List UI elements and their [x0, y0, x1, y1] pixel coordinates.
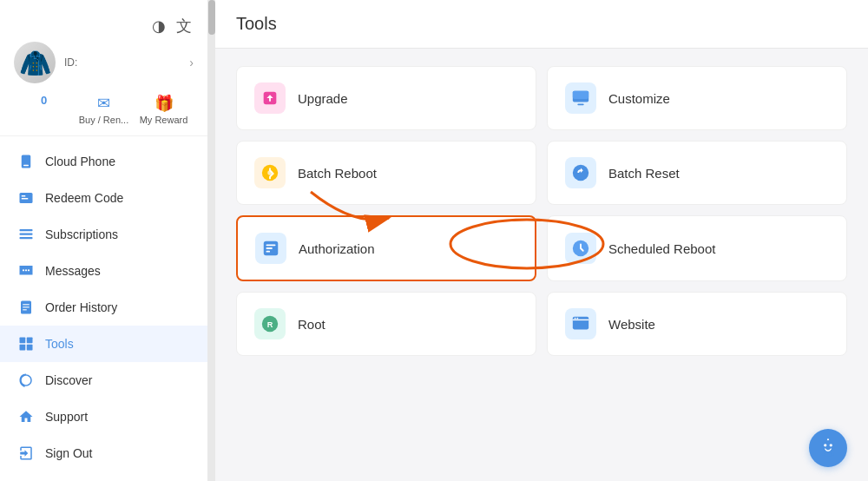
tool-card-website[interactable]: Website: [547, 292, 847, 356]
main-content: Tools Upgrade Customize Ba: [215, 0, 868, 481]
sidebar: ◑ 文 🧥 ID: › 0 ✉ Buy / Ren...: [0, 0, 208, 481]
sidebar-item-redeem-code[interactable]: Redeem Code: [0, 180, 207, 216]
batch-reset-label: Batch Reset: [608, 166, 680, 181]
chatbot-button[interactable]: [809, 429, 847, 467]
tool-card-authorization[interactable]: Authorization: [236, 215, 536, 281]
svg-rect-5: [20, 229, 33, 231]
svg-point-9: [25, 269, 27, 271]
sidebar-item-support-label: Support: [45, 410, 88, 424]
rewards-row: 0 ✉ Buy / Ren... 🎁 My Reward: [14, 94, 194, 125]
profile-area: 🧥 ID: ›: [14, 42, 194, 83]
sidebar-item-order-history[interactable]: Order History: [0, 289, 207, 326]
sidebar-item-subscriptions[interactable]: Subscriptions: [0, 216, 207, 253]
svg-rect-4: [22, 198, 29, 200]
tools-area: Upgrade Customize Batch Reboot Batch Re: [215, 49, 868, 481]
sidebar-item-messages[interactable]: Messages: [0, 253, 207, 289]
tool-card-batch-reboot[interactable]: Batch Reboot: [236, 141, 536, 205]
tool-card-scheduled-reboot[interactable]: Scheduled Reboot: [547, 215, 847, 281]
authorization-icon: [255, 233, 286, 264]
svg-rect-1: [23, 165, 29, 167]
translate-icon[interactable]: 文: [174, 14, 194, 38]
sidebar-item-sign-out[interactable]: Sign Out: [0, 435, 207, 471]
page-header: Tools: [215, 0, 868, 49]
sidebar-item-cloud-phone[interactable]: Cloud Phone: [0, 143, 207, 180]
svg-point-39: [830, 444, 832, 446]
svg-rect-6: [20, 234, 33, 235]
order-history-icon: [17, 299, 35, 316]
sidebar-item-tools[interactable]: Tools: [0, 326, 207, 362]
sidebar-item-discover[interactable]: Discover: [0, 362, 207, 399]
sidebar-item-subscriptions-label: Subscriptions: [45, 227, 118, 241]
sidebar-item-discover-label: Discover: [45, 373, 92, 387]
svg-rect-40: [825, 452, 832, 456]
sidebar-item-support[interactable]: Support: [0, 399, 207, 435]
svg-rect-13: [23, 306, 30, 307]
svg-rect-15: [20, 338, 26, 344]
svg-point-44: [826, 438, 829, 441]
sidebar-item-cloud-phone-label: Cloud Phone: [45, 155, 115, 168]
svg-point-33: [575, 318, 576, 320]
root-icon: R: [254, 308, 286, 339]
tool-card-root[interactable]: R Root: [236, 292, 536, 356]
upgrade-label: Upgrade: [298, 91, 348, 106]
upgrade-icon: [254, 82, 286, 114]
page-title: Tools: [236, 14, 847, 34]
sidebar-header: ◑ 文 🧥 ID: › 0 ✉ Buy / Ren...: [0, 0, 207, 136]
sidebar-item-tools-label: Tools: [45, 337, 74, 351]
mail-icon: ✉: [97, 94, 110, 113]
root-label: Root: [298, 317, 326, 332]
reward-my-reward[interactable]: 🎁 My Reward: [134, 94, 194, 125]
batch-reboot-label: Batch Reboot: [298, 166, 377, 181]
sidebar-item-messages-label: Messages: [45, 264, 101, 278]
profile-chevron-icon[interactable]: ›: [189, 56, 194, 69]
svg-rect-28: [266, 251, 271, 253]
svg-rect-21: [577, 103, 583, 105]
profile-info: ID:: [64, 56, 181, 69]
sidebar-item-sign-out-label: Sign Out: [45, 446, 92, 460]
customize-icon: [565, 82, 596, 114]
authorization-label: Authorization: [299, 241, 375, 256]
gift-icon: 🎁: [155, 94, 174, 113]
sidebar-item-redeem-code-label: Redeem Code: [45, 191, 123, 205]
reward-diamond[interactable]: 0: [14, 94, 74, 125]
support-icon: [17, 408, 35, 425]
svg-rect-3: [22, 195, 26, 197]
svg-point-10: [28, 269, 30, 271]
svg-rect-41: [823, 454, 825, 456]
svg-rect-16: [27, 338, 33, 344]
discover-icon: [17, 372, 35, 389]
nav-list: Cloud Phone Redeem Code Subscriptions Me…: [0, 136, 207, 481]
svg-point-8: [23, 269, 24, 271]
website-icon: [565, 308, 596, 339]
tools-icon: [17, 335, 35, 353]
scrollbar-track[interactable]: [208, 0, 215, 481]
svg-rect-17: [20, 345, 26, 351]
profile-id: ID:: [64, 56, 181, 69]
sign-out-icon: [17, 445, 35, 462]
tool-card-customize[interactable]: Customize: [547, 66, 847, 130]
contrast-icon[interactable]: ◑: [150, 14, 168, 38]
scheduled-reboot-icon: [565, 233, 596, 264]
messages-icon: [17, 262, 35, 280]
website-label: Website: [608, 317, 655, 332]
tools-grid: Upgrade Customize Batch Reboot Batch Re: [215, 49, 868, 373]
svg-rect-18: [27, 345, 33, 351]
sidebar-item-order-history-label: Order History: [45, 300, 117, 314]
avatar: 🧥: [14, 42, 56, 83]
redeem-code-icon: [17, 189, 35, 207]
svg-rect-26: [266, 244, 276, 246]
tool-card-batch-reset[interactable]: Batch Reset: [547, 141, 847, 205]
scheduled-reboot-label: Scheduled Reboot: [608, 241, 715, 256]
subscriptions-icon: [17, 226, 35, 243]
svg-point-34: [576, 318, 578, 320]
svg-rect-12: [23, 304, 30, 305]
svg-text:R: R: [267, 320, 273, 329]
svg-rect-42: [831, 454, 833, 456]
svg-rect-14: [23, 309, 27, 310]
scrollbar-thumb[interactable]: [208, 0, 215, 35]
reward-buy-renew[interactable]: ✉ Buy / Ren...: [74, 94, 134, 125]
batch-reboot-icon: [254, 157, 286, 188]
cloud-phone-icon: [17, 153, 35, 170]
svg-rect-22: [573, 91, 589, 99]
tool-card-upgrade[interactable]: Upgrade: [236, 66, 536, 130]
